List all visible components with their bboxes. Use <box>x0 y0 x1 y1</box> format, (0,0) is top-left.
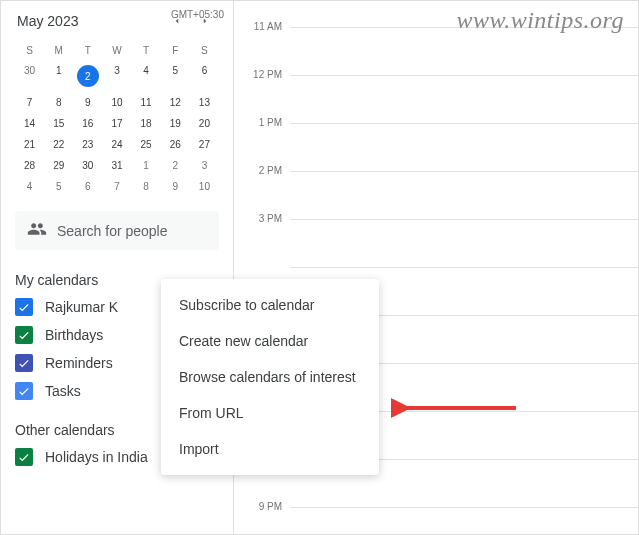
weekday-label: S <box>15 41 44 60</box>
grid-line <box>290 27 638 75</box>
day-cell[interactable]: 21 <box>15 134 44 155</box>
day-cell[interactable]: 9 <box>161 176 190 197</box>
day-cell[interactable]: 3 <box>102 60 131 92</box>
menu-item[interactable]: Create new calendar <box>161 323 379 359</box>
day-cell[interactable]: 20 <box>190 113 219 134</box>
weekday-label: W <box>102 41 131 60</box>
day-cell[interactable]: 8 <box>44 92 73 113</box>
add-calendar-menu: Subscribe to calendarCreate new calendar… <box>161 279 379 475</box>
weekday-label: M <box>44 41 73 60</box>
day-cell[interactable]: 30 <box>15 60 44 92</box>
day-cell[interactable]: 6 <box>73 176 102 197</box>
calendar-label: Holidays in India <box>45 449 148 465</box>
time-row[interactable]: 1 PM <box>234 123 638 171</box>
day-cell[interactable]: 12 <box>161 92 190 113</box>
day-cell[interactable]: 27 <box>190 134 219 155</box>
weekday-label: S <box>190 41 219 60</box>
day-cell[interactable]: 4 <box>132 60 161 92</box>
day-cell[interactable]: 19 <box>161 113 190 134</box>
time-label: 9 PM <box>234 501 290 512</box>
day-cell[interactable]: 10 <box>190 176 219 197</box>
grid-line <box>290 123 638 171</box>
day-cell[interactable]: 5 <box>161 60 190 92</box>
calendar-label: Rajkumar K <box>45 299 118 315</box>
day-cell[interactable]: 14 <box>15 113 44 134</box>
time-row[interactable]: 3 PM <box>234 219 638 267</box>
day-cell[interactable]: 9 <box>73 92 102 113</box>
day-cell[interactable]: 18 <box>132 113 161 134</box>
day-cell[interactable]: 28 <box>15 155 44 176</box>
day-cell[interactable]: 26 <box>161 134 190 155</box>
day-cell[interactable]: 7 <box>102 176 131 197</box>
grid-line <box>290 219 638 267</box>
checkbox-icon <box>15 448 33 466</box>
day-cell[interactable]: 5 <box>44 176 73 197</box>
time-row[interactable]: 11 AM <box>234 27 638 75</box>
search-placeholder: Search for people <box>57 223 168 239</box>
day-cell[interactable]: 7 <box>15 92 44 113</box>
day-cell[interactable]: 6 <box>190 60 219 92</box>
time-label: 2 PM <box>234 165 290 176</box>
time-label: 1 PM <box>234 117 290 128</box>
calendar-label: Reminders <box>45 355 113 371</box>
time-label: 12 PM <box>234 69 290 80</box>
people-icon <box>27 219 47 242</box>
day-cell[interactable]: 25 <box>132 134 161 155</box>
day-cell[interactable]: 29 <box>44 155 73 176</box>
day-cell[interactable]: 22 <box>44 134 73 155</box>
day-cell[interactable]: 1 <box>132 155 161 176</box>
day-cell[interactable]: 2 <box>73 60 102 92</box>
month-label: May 2023 <box>17 13 78 29</box>
day-cell[interactable]: 8 <box>132 176 161 197</box>
menu-item[interactable]: From URL <box>161 395 379 431</box>
day-cell[interactable]: 13 <box>190 92 219 113</box>
annotation-arrow <box>391 396 521 423</box>
menu-item[interactable]: Subscribe to calendar <box>161 287 379 323</box>
time-row[interactable]: 12 PM <box>234 75 638 123</box>
day-cell[interactable]: 24 <box>102 134 131 155</box>
checkbox-icon <box>15 298 33 316</box>
calendar-label: Birthdays <box>45 327 103 343</box>
time-row[interactable]: 9 PM <box>234 507 638 535</box>
time-label: 3 PM <box>234 213 290 224</box>
day-cell[interactable]: 1 <box>44 60 73 92</box>
checkbox-icon <box>15 326 33 344</box>
checkbox-icon <box>15 382 33 400</box>
mini-calendar: SMTWTFS 30123456789101112131415161718192… <box>15 41 219 197</box>
checkbox-icon <box>15 354 33 372</box>
day-cell[interactable]: 11 <box>132 92 161 113</box>
grid-line <box>290 507 638 535</box>
day-cell[interactable]: 17 <box>102 113 131 134</box>
weekday-label: F <box>161 41 190 60</box>
day-cell[interactable]: 16 <box>73 113 102 134</box>
time-label: 11 AM <box>234 21 290 32</box>
grid-line <box>290 75 638 123</box>
search-people[interactable]: Search for people <box>15 211 219 250</box>
menu-item[interactable]: Browse calendars of interest <box>161 359 379 395</box>
day-cell[interactable]: 15 <box>44 113 73 134</box>
calendar-label: Tasks <box>45 383 81 399</box>
day-cell[interactable]: 30 <box>73 155 102 176</box>
time-row[interactable]: 2 PM <box>234 171 638 219</box>
weekday-label: T <box>73 41 102 60</box>
menu-item[interactable]: Import <box>161 431 379 467</box>
watermark: www.wintips.org <box>456 7 624 34</box>
weekday-label: T <box>132 41 161 60</box>
timezone-label: GMT+05:30 <box>171 9 232 20</box>
day-cell[interactable]: 10 <box>102 92 131 113</box>
day-cell[interactable]: 31 <box>102 155 131 176</box>
day-cell[interactable]: 4 <box>15 176 44 197</box>
day-cell[interactable]: 3 <box>190 155 219 176</box>
grid-line <box>290 171 638 219</box>
day-cell[interactable]: 23 <box>73 134 102 155</box>
day-cell[interactable]: 2 <box>161 155 190 176</box>
